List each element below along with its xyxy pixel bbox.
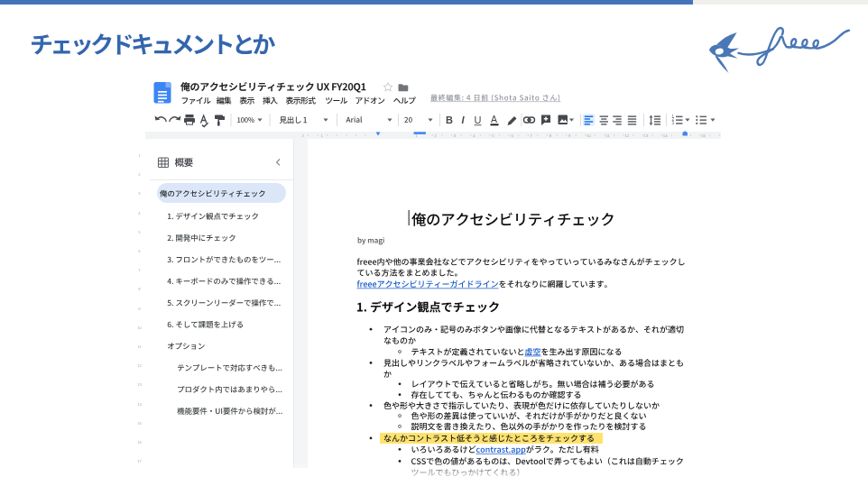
svg-text:2: 2	[301, 133, 304, 138]
svg-text:11: 11	[137, 344, 142, 349]
svg-text:11: 11	[605, 133, 610, 138]
svg-text:1: 1	[321, 133, 324, 138]
svg-text:3: 3	[672, 121, 675, 125]
svg-text:2: 2	[138, 172, 141, 177]
svg-text:10: 10	[137, 326, 142, 330]
svg-text:3: 3	[454, 133, 457, 138]
svg-text:6: 6	[138, 249, 141, 253]
svg-text:B: B	[446, 115, 453, 125]
svg-text:12: 12	[624, 133, 629, 138]
svg-text:14: 14	[663, 133, 668, 138]
svg-text:4: 4	[473, 133, 476, 138]
svg-text:1: 1	[138, 153, 141, 158]
svg-text:5: 5	[492, 133, 494, 138]
svg-text:9: 9	[568, 133, 571, 138]
svg-text:8: 8	[138, 287, 141, 291]
svg-text:9: 9	[138, 307, 141, 311]
svg-text:2: 2	[435, 133, 438, 138]
svg-text:12: 12	[137, 363, 142, 368]
svg-text:14: 14	[137, 402, 142, 407]
svg-text:13: 13	[137, 382, 142, 387]
svg-text:3: 3	[138, 191, 141, 196]
svg-text:10: 10	[586, 133, 591, 138]
svg-text:A: A	[491, 114, 497, 124]
svg-text:I: I	[462, 115, 466, 125]
svg-text:16: 16	[137, 440, 142, 445]
svg-text:5: 5	[138, 230, 141, 234]
svg-text:6: 6	[511, 133, 513, 138]
svg-text:U: U	[475, 115, 482, 125]
svg-text:7: 7	[531, 133, 533, 138]
svg-text:15: 15	[137, 421, 142, 426]
svg-text:13: 13	[644, 133, 649, 138]
svg-text:8: 8	[549, 133, 552, 138]
svg-text:4: 4	[138, 211, 141, 215]
svg-text:16: 16	[701, 133, 706, 138]
svg-text:7: 7	[138, 268, 141, 272]
